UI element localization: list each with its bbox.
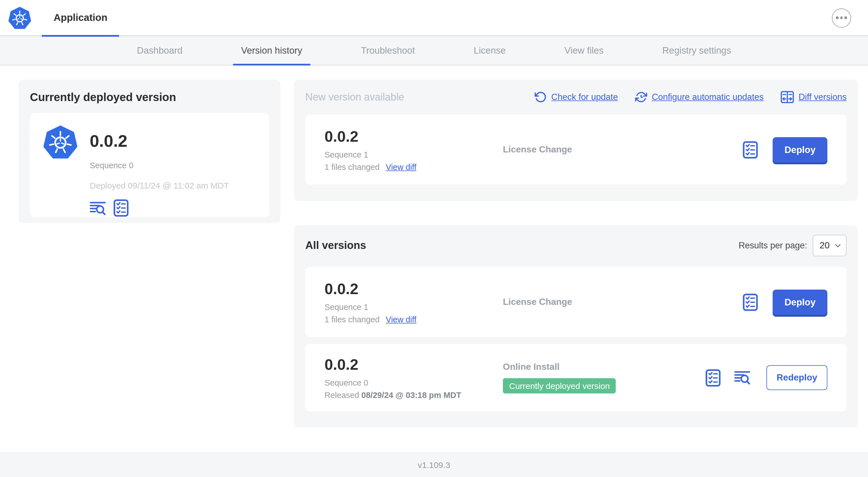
diff-versions-link[interactable]: Diff versions: [780, 91, 846, 103]
tab-version-history[interactable]: Version history: [234, 36, 310, 65]
results-per-page-select[interactable]: 20: [813, 235, 846, 256]
version-number: 0.0.2: [324, 280, 503, 298]
version-source-label: License Change: [503, 145, 743, 155]
all-versions-panel: All versions Results per page: 20 0.0.2 …: [294, 225, 858, 427]
chevron-down-icon: [835, 244, 841, 247]
preflight-checks-icon: [706, 369, 721, 386]
tab-license[interactable]: License: [466, 36, 514, 65]
preflight-checks-icon: [743, 293, 758, 311]
version-row: 0.0.2 Sequence 1 1 files changed View di…: [305, 267, 846, 337]
version-number: 0.0.2: [324, 128, 503, 145]
diff-versions-icon: [780, 91, 794, 103]
tab-registry-settings[interactable]: Registry settings: [654, 36, 739, 65]
currently-deployed-card: 0.0.2 Sequence 0 Deployed 09/11/24 @ 11:…: [30, 113, 269, 217]
ellipsis-icon: [836, 17, 839, 19]
new-version-title: New version available: [305, 91, 404, 103]
auto-update-clock-icon: [635, 91, 647, 103]
tab-view-files[interactable]: View files: [556, 36, 612, 65]
currently-deployed-title: Currently deployed version: [30, 91, 269, 104]
current-version-deployed-date: Deployed 09/11/24 @ 11:02 am MDT: [90, 181, 229, 190]
kubernetes-logo-icon: [8, 6, 31, 29]
version-number: 0.0.2: [324, 356, 503, 374]
currently-deployed-badge: Currently deployed version: [503, 378, 616, 393]
results-per-page-label: Results per page:: [739, 240, 807, 251]
check-for-update-link[interactable]: Check for update: [534, 91, 618, 103]
footer: v1.109.3: [0, 452, 868, 477]
admin-console-version: v1.109.3: [417, 460, 450, 469]
version-sequence: Sequence 0: [324, 378, 503, 387]
tab-troubleshoot[interactable]: Troubleshoot: [353, 36, 423, 65]
version-source-label: Online Install: [503, 362, 706, 372]
current-version-sequence: Sequence 0: [90, 161, 229, 170]
preflight-checks-button[interactable]: [706, 369, 721, 386]
view-logs-button[interactable]: [90, 201, 106, 215]
kubernetes-app-icon: [43, 125, 77, 209]
view-diff-link[interactable]: View diff: [386, 315, 416, 324]
top-header: Application: [0, 0, 868, 36]
files-changed-label: 1 files changed: [324, 162, 379, 171]
version-row: 0.0.2 Sequence 0 Released 08/29/24 @ 03:…: [305, 344, 846, 412]
preflight-checks-button[interactable]: [743, 141, 758, 158]
view-logs-icon: [734, 370, 751, 385]
new-version-panel: New version available Check for update: [294, 80, 858, 201]
view-logs-icon: [90, 201, 106, 215]
configure-automatic-updates-link[interactable]: Configure automatic updates: [635, 91, 764, 103]
tab-dashboard[interactable]: Dashboard: [129, 36, 190, 65]
files-changed-label: 1 files changed: [324, 315, 379, 324]
version-source-label: License Change: [503, 297, 743, 307]
view-logs-button[interactable]: [734, 370, 751, 385]
deploy-button[interactable]: Deploy: [773, 137, 827, 162]
current-version-number: 0.0.2: [90, 125, 229, 157]
preflight-checks-button[interactable]: [743, 293, 758, 311]
view-diff-link[interactable]: View diff: [386, 162, 416, 171]
redeploy-button[interactable]: Redeploy: [767, 365, 827, 390]
app-window: Application Dashboard Version history Tr…: [0, 0, 868, 477]
all-versions-title: All versions: [305, 239, 366, 252]
preflight-checks-icon: [114, 199, 129, 217]
deploy-button[interactable]: Deploy: [773, 289, 827, 315]
overflow-menu-button[interactable]: [832, 8, 851, 27]
currently-deployed-panel: Currently deployed version: [19, 80, 280, 223]
app-tab-application[interactable]: Application: [42, 0, 119, 36]
new-version-card: 0.0.2 Sequence 1 1 files changed View di…: [305, 115, 846, 185]
version-released-date: Released 08/29/24 @ 03:18 pm MDT: [324, 390, 503, 399]
preflight-checks-icon: [743, 141, 758, 158]
preflight-checks-button[interactable]: [114, 199, 129, 217]
version-sequence: Sequence 1: [324, 150, 503, 159]
section-nav: Dashboard Version history Troubleshoot L…: [0, 36, 868, 65]
refresh-icon: [534, 91, 547, 103]
version-sequence: Sequence 1: [324, 302, 503, 311]
